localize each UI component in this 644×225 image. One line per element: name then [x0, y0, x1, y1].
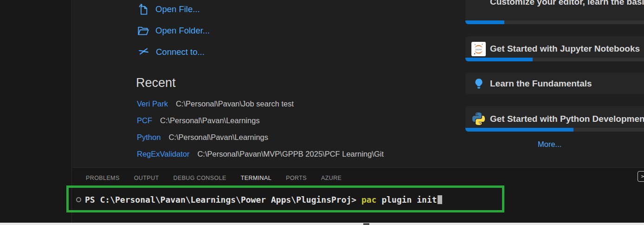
- recent-link-regexvalidator[interactable]: RegExValidator: [137, 150, 189, 159]
- terminal-cursor: [438, 195, 442, 204]
- tab-ports[interactable]: PORTS: [286, 175, 307, 181]
- open-folder-link[interactable]: Open Folder...: [137, 23, 210, 38]
- jupyter-wordmark: jupyter: [475, 48, 482, 51]
- empty-icon-slot: [471, 0, 486, 9]
- walkthrough-card-customize[interactable]: Customize your editor, learn the basics: [465, 0, 644, 24]
- walkthrough-title: Get Started with Jupyter Notebooks: [490, 44, 640, 54]
- walkthrough-card-jupyter[interactable]: jupyter Get Started with Jupyter Noteboo…: [465, 36, 644, 61]
- tab-debug-console[interactable]: DEBUG CONSOLE: [173, 175, 226, 181]
- taskbar-edge: [0, 223, 644, 225]
- recent-path: C:\Personal\Pavan\Job search test: [176, 99, 294, 108]
- python-icon: [471, 112, 486, 126]
- command-decoration-icon: [76, 197, 81, 202]
- open-folder-icon: [137, 25, 149, 37]
- recent-link-python[interactable]: Python: [137, 133, 161, 142]
- welcome-page: Open File... Open Folder... >< Connect t…: [72, 0, 644, 167]
- terminal-command-rest: plugin init: [377, 195, 437, 205]
- open-folder-label: Open Folder...: [155, 26, 210, 36]
- progress-fill: [465, 20, 504, 24]
- list-item: Python C:\Personal\Pavan\Learnings: [137, 133, 384, 150]
- tab-terminal[interactable]: TERMINAL: [241, 175, 271, 181]
- open-file-label: Open File...: [155, 4, 200, 14]
- start-links: Open File... Open Folder... >< Connect t…: [137, 2, 210, 66]
- recent-path: C:\Personal\Pavan\Learnings: [168, 133, 268, 142]
- recent-link-veri-park[interactable]: Veri Park: [137, 99, 168, 108]
- recent-path: C:\Personal\Pavan\MVP\GPPB 2025\PCF Lear…: [197, 150, 384, 159]
- tab-output[interactable]: OUTPUT: [134, 175, 159, 181]
- tab-azure[interactable]: AZURE: [321, 175, 341, 181]
- lightbulb-icon: [471, 76, 486, 91]
- list-item: RegExValidator C:\Personal\Pavan\MVP\GPP…: [137, 150, 384, 166]
- remote-connect-icon: ><: [136, 45, 151, 59]
- connect-to-label: Connect to...: [156, 47, 205, 57]
- jupyter-icon: jupyter: [471, 42, 486, 56]
- list-item: PCF C:\Personal\Pavan\Learnings: [137, 116, 384, 133]
- progress-track: [465, 128, 644, 132]
- recent-list: Veri Park C:\Personal\Pavan\Job search t…: [137, 99, 384, 166]
- open-file-icon: [137, 3, 149, 16]
- progress-fill: [465, 128, 573, 132]
- panel-tab-bar: PROBLEMS OUTPUT DEBUG CONSOLE TERMINAL P…: [86, 175, 341, 181]
- walkthrough-title: Customize your editor, learn the basics: [490, 0, 644, 7]
- sidebar-empty: [0, 0, 72, 223]
- walkthrough-title: Get Started with Python Development: [490, 114, 644, 124]
- walkthrough-title: Learn the Fundamentals: [490, 79, 592, 89]
- list-item: Veri Park C:\Personal\Pavan\Job search t…: [137, 99, 384, 116]
- tab-problems[interactable]: PROBLEMS: [86, 175, 120, 181]
- recent-heading: Recent: [136, 76, 176, 90]
- terminal-input-line[interactable]: PS C:\Personal\Pavan\Learnings\Power App…: [76, 195, 442, 205]
- more-walkthroughs-link[interactable]: More...: [538, 140, 561, 149]
- walkthroughs-section: Customize your editor, learn the basics …: [465, 0, 644, 167]
- vscode-window: Open File... Open Folder... >< Connect t…: [0, 0, 644, 225]
- progress-fill: [465, 58, 533, 61]
- terminal-prompt: PS C:\Personal\Pavan\Learnings\Power App…: [85, 195, 361, 205]
- connect-to-link[interactable]: >< Connect to...: [137, 45, 210, 60]
- recent-link-pcf[interactable]: PCF: [137, 116, 152, 125]
- progress-track: [465, 20, 644, 24]
- progress-track: [465, 58, 644, 61]
- walkthrough-card-fundamentals[interactable]: Learn the Fundamentals: [465, 73, 644, 94]
- recent-path: C:\Personal\Pavan\Learnings: [160, 116, 260, 125]
- bottom-panel: PROBLEMS OUTPUT DEBUG CONSOLE TERMINAL P…: [72, 167, 644, 223]
- walkthrough-card-python[interactable]: Get Started with Python Development: [465, 106, 644, 132]
- open-file-link[interactable]: Open File...: [137, 2, 210, 17]
- terminal-launch-icon[interactable]: >: [638, 171, 644, 182]
- terminal-command-lead: pac: [361, 195, 377, 205]
- taskbar-icon-edge: [363, 223, 369, 225]
